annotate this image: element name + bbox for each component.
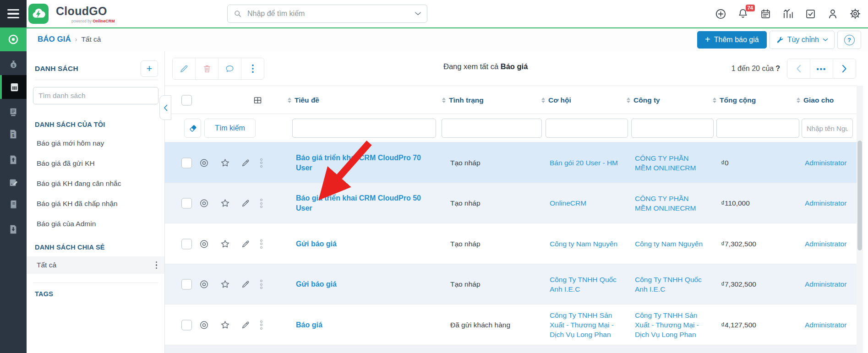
add-list-button[interactable]: + — [141, 60, 158, 77]
help-button[interactable]: ? — [837, 31, 861, 49]
vertical-scrollbar[interactable] — [857, 86, 863, 353]
sidebar-item-admin[interactable]: Báo giá của Admin — [27, 215, 164, 233]
quote-title-link[interactable]: Gửi báo giá — [296, 239, 433, 249]
filter-assigned-input[interactable] — [802, 119, 853, 138]
scrollbar-thumb[interactable] — [857, 141, 862, 250]
clear-filters-button[interactable] — [184, 119, 201, 138]
next-page-button[interactable] — [833, 59, 856, 78]
filter-status-input[interactable] — [442, 119, 542, 138]
column-header-total[interactable]: Tổng cộng — [713, 96, 756, 104]
add-quote-button[interactable]: + Thêm báo giá — [697, 31, 767, 49]
tasks-button[interactable] — [804, 7, 817, 20]
sidebar-item-considering[interactable]: Báo giá KH đang cân nhắc — [27, 175, 164, 192]
row-more-button[interactable] — [260, 320, 262, 330]
edit-button[interactable] — [241, 239, 250, 249]
quote-title-link[interactable]: Báo giá triển khai CRM CloudPro 70 User — [296, 152, 433, 173]
opportunity-link[interactable]: Công Ty TNHH Sản Xuất - Thương Mại - Dịc… — [550, 310, 623, 339]
row-checkbox[interactable] — [181, 198, 192, 209]
chevron-down-icon[interactable] — [415, 11, 421, 16]
opportunity-link[interactable]: Công ty Nam Nguyên — [550, 239, 621, 249]
opportunity-link[interactable]: OnlineCRM — [550, 198, 621, 208]
calendar-button[interactable] — [759, 7, 772, 20]
quote-title-link[interactable]: Gửi báo giá — [296, 279, 433, 289]
favorite-button[interactable] — [220, 198, 230, 209]
notifications-button[interactable]: 74 — [737, 7, 749, 20]
filter-title-input[interactable] — [292, 119, 436, 138]
opportunity-link[interactable]: Bán gói 20 User - HM — [550, 158, 621, 168]
row-checkbox[interactable] — [181, 157, 192, 168]
favorite-button[interactable] — [220, 320, 230, 330]
assigned-link[interactable]: Administrator — [805, 239, 857, 249]
profile-button[interactable] — [826, 7, 839, 20]
favorite-button[interactable] — [220, 279, 230, 290]
company-link[interactable]: Công Ty TNHH Sản Xuất - Thương Mại - Dịc… — [635, 310, 708, 339]
list-search-input[interactable] — [33, 87, 158, 104]
edit-button[interactable] — [241, 199, 250, 208]
edit-button[interactable] — [241, 320, 250, 330]
customize-button[interactable]: Tùy chỉnh — [770, 31, 835, 49]
quick-add-button[interactable] — [714, 7, 727, 20]
page-list-button[interactable]: ••• — [810, 59, 833, 78]
column-settings-button[interactable] — [253, 95, 262, 105]
select-all-checkbox[interactable] — [181, 95, 192, 105]
preview-button[interactable] — [199, 279, 209, 290]
rail-item-revenue[interactable]: $ — [0, 54, 27, 75]
kebab-icon[interactable] — [156, 261, 158, 269]
row-more-button[interactable] — [260, 239, 262, 249]
filter-search-button[interactable]: Tìm kiếm — [204, 119, 256, 138]
preview-button[interactable] — [199, 157, 209, 168]
bulk-more-button[interactable] — [241, 58, 264, 79]
bulk-comment-button[interactable] — [218, 58, 241, 79]
company-link[interactable]: Công Ty TNHH Quốc Anh I.E.C — [635, 275, 706, 294]
sidebar-item-sent[interactable]: Báo giá đã gửi KH — [27, 155, 164, 172]
assigned-link[interactable]: Administrator — [805, 279, 857, 289]
sidebar-item-accepted[interactable]: Báo giá KH đã chấp nhận — [27, 195, 164, 212]
sidebar-item-all[interactable]: Tất cả — [27, 256, 164, 274]
reports-button[interactable] — [781, 7, 794, 20]
rail-item-orders[interactable] — [0, 102, 27, 123]
edit-button[interactable] — [241, 158, 250, 168]
rail-item-contracts[interactable] — [0, 172, 27, 193]
collapse-sidebar-button[interactable] — [159, 95, 171, 120]
column-header-opportunity[interactable]: Cơ hội — [541, 96, 571, 104]
bulk-delete-button[interactable] — [195, 58, 218, 79]
column-header-company[interactable]: Công ty — [627, 96, 660, 104]
row-more-button[interactable] — [260, 199, 262, 208]
rail-item-import[interactable] — [0, 149, 27, 170]
assigned-link[interactable]: Administrator — [805, 320, 857, 330]
edit-button[interactable] — [241, 280, 250, 289]
prev-page-button[interactable] — [787, 59, 810, 78]
filter-opportunity-input[interactable] — [546, 119, 628, 138]
rail-item-export[interactable] — [0, 219, 27, 240]
sidebar-item-new-today[interactable]: Báo giá mới hôm nay — [27, 135, 164, 152]
company-link[interactable]: Công ty Nam Nguyên — [635, 239, 706, 249]
opportunity-link[interactable]: Công Ty TNHH Quốc Anh I.E.C — [550, 275, 621, 294]
global-search-input[interactable] — [246, 9, 410, 18]
column-header-status[interactable]: Tình trạng — [442, 96, 484, 104]
rail-item-invoices[interactable]: $ — [0, 124, 27, 145]
preview-button[interactable] — [199, 320, 209, 330]
favorite-button[interactable] — [220, 157, 230, 168]
breadcrumb-module-link[interactable]: BÁO GIÁ — [38, 35, 71, 44]
column-header-assigned[interactable]: Giao cho — [797, 96, 834, 104]
hamburger-menu-button[interactable] — [0, 0, 27, 27]
row-checkbox[interactable] — [181, 320, 192, 330]
active-module-tile[interactable] — [0, 27, 27, 51]
row-more-button[interactable] — [260, 158, 262, 168]
quote-title-link[interactable]: Báo giá triển khai CRM CloudPro 50 User — [296, 193, 433, 214]
rail-item-quotes-active[interactable] — [0, 75, 27, 99]
filter-total-input[interactable] — [716, 119, 799, 138]
row-more-button[interactable] — [260, 280, 262, 289]
preview-button[interactable] — [199, 198, 209, 209]
column-header-title[interactable]: Tiêu đề — [288, 96, 319, 104]
filter-company-input[interactable] — [631, 119, 714, 138]
assigned-link[interactable]: Administrator — [805, 158, 857, 168]
row-checkbox[interactable] — [181, 279, 192, 290]
bulk-edit-button[interactable] — [173, 58, 195, 79]
company-link[interactable]: CÔNG TY PHẦN MỀM ONLINECRM — [635, 194, 706, 213]
rail-item-products[interactable] — [0, 194, 27, 215]
row-checkbox[interactable] — [181, 239, 192, 249]
favorite-button[interactable] — [220, 239, 230, 249]
company-link[interactable]: CÔNG TY PHẦN MỀM ONLINECRM — [635, 153, 706, 173]
assigned-link[interactable]: Administrator — [805, 198, 857, 208]
